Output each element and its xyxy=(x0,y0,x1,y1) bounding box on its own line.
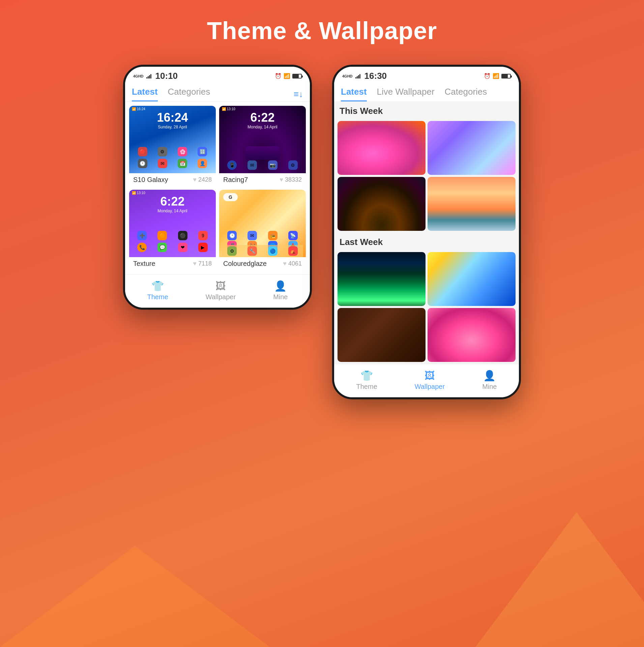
phone1-bottom-nav: 👕 Theme 🖼 Wallpaper 👤 Mine xyxy=(125,274,310,308)
phone2-nav-wallpaper-icon: 🖼 xyxy=(425,370,435,381)
racing-info: Racing7 ♥ 38332 xyxy=(219,173,306,186)
s10-icon-mail: ✉ xyxy=(158,159,167,168)
phone2-time: 16:30 xyxy=(364,71,387,81)
coloured-google-bar: G xyxy=(223,193,238,201)
phone2-battery-icon xyxy=(501,74,511,79)
coloured-icons-row1: 🕐 ✉ 📻 📡 xyxy=(222,231,303,240)
c-icon-11: 🔵 xyxy=(268,246,277,256)
texture-info: Texture ♥ 7118 xyxy=(129,257,216,270)
racing-likes: ♥ 38332 xyxy=(280,176,302,183)
phone1-tab-latest[interactable]: Latest xyxy=(132,87,158,101)
s10-likes: ♥ 2428 xyxy=(193,176,212,183)
s10-icon-calendar: 📅 xyxy=(178,159,187,168)
wallpaper-item-pink-flower[interactable] xyxy=(428,308,516,362)
texture-icons-row2: 📞 💬 ❤ ▶ xyxy=(132,243,213,252)
c-icon-3: 📻 xyxy=(268,231,277,240)
page-title: Theme & Wallpaper xyxy=(207,17,437,44)
phone1-nav-wallpaper[interactable]: 🖼 Wallpaper xyxy=(206,280,236,301)
phone2-tab-latest[interactable]: Latest xyxy=(341,87,367,101)
phones-container: 4GHD 10:10 ⏰ 📶 Latest Ca xyxy=(123,65,521,399)
texture-likes: ♥ 7118 xyxy=(193,260,212,267)
wallpaper-item-blue-yellow[interactable] xyxy=(428,252,516,306)
c-icon-1: 🕐 xyxy=(227,231,237,240)
phone2-signal-type: 4GHD xyxy=(342,74,353,78)
phone1-tab-categories[interactable]: Categories xyxy=(168,87,210,101)
phone2-nav-wallpaper-label: Wallpaper xyxy=(415,383,445,391)
wallpaper-item-pink-abstract[interactable] xyxy=(338,121,426,175)
phone2-section-lastweek: Last Week xyxy=(334,233,519,250)
coloured-name: Colouredglaze xyxy=(223,260,267,268)
phone1-nav-wallpaper-label: Wallpaper xyxy=(206,293,236,301)
phone2-nav-wallpaper[interactable]: 🖼 Wallpaper xyxy=(415,370,445,391)
racing-icon-3: 📷 xyxy=(268,160,277,170)
texture-time-display: 6:22 Monday, 14 April xyxy=(157,194,187,213)
t-icon-4: 9 xyxy=(198,231,208,240)
phone1-sort-icon[interactable]: ≡↓ xyxy=(294,89,303,99)
s10-icon-clock: 🕐 xyxy=(138,159,147,168)
racing-icon-1: 📱 xyxy=(227,160,237,170)
phone2: 4GHD 16:30 ⏰ 📶 Latest Li xyxy=(332,65,521,399)
phone2-tab-categories[interactable]: Categories xyxy=(445,87,487,101)
phone2-nav-mine-icon: 👤 xyxy=(483,370,496,381)
racing-car-silhouette xyxy=(246,146,280,160)
phone2-bottom-nav: 👕 Theme 🖼 Wallpaper 👤 Mine xyxy=(334,364,519,397)
phone1-nav-mine[interactable]: 👤 Mine xyxy=(273,280,288,301)
phone1-signal-bars xyxy=(146,74,151,79)
phone1-nav-theme-label: Theme xyxy=(147,293,168,301)
racing-icon-2: ✉ xyxy=(247,160,257,170)
racing-icon-4: ⚙ xyxy=(288,160,298,170)
phone2-wallpaper-content: This Week Last Week xyxy=(334,102,519,364)
phone1-battery-icon xyxy=(292,74,302,79)
s10-time-display: 16:24 Sunday, 28 April xyxy=(157,111,188,129)
phone1-time: 10:10 xyxy=(155,71,178,81)
wallpaper-item-night-forest[interactable] xyxy=(338,177,426,231)
texture-name: Texture xyxy=(133,260,155,268)
phone2-lastweek-grid xyxy=(334,250,519,364)
c-icon-10: 🔧 xyxy=(247,246,257,256)
t-icon-6: 💬 xyxy=(157,243,167,252)
phone2-nav-theme[interactable]: 👕 Theme xyxy=(356,370,377,391)
s10-icon-flower: 🌸 xyxy=(178,147,187,156)
phone1-nav-theme[interactable]: 👕 Theme xyxy=(147,280,168,301)
wallpaper-item-blue-holographic[interactable] xyxy=(428,121,516,175)
wallpaper-item-aurora[interactable] xyxy=(338,252,426,306)
theme-card-coloured[interactable]: G 🕐 ✉ 📻 📡 🎵 🎶 🌐 📥 ⚙ xyxy=(219,190,306,270)
c-icon-12: ⛺ xyxy=(288,246,298,256)
theme-card-racing[interactable]: 📶 13:10 6:22 Monday, 14 April 📱 ✉ 📷 ⚙ xyxy=(219,106,306,186)
phone1-nav-mine-label: Mine xyxy=(273,293,288,301)
texture-icons-row1: ➕ 🟠 ⚫ 9 xyxy=(132,231,213,240)
s10-app-icons: 🕐 ✉ 📅 👤 xyxy=(133,159,212,168)
t-icon-1: ➕ xyxy=(137,231,147,240)
texture-likes-count: 7118 xyxy=(198,260,212,267)
coloured-icons-row3: ⚙ 🔧 🔵 ⛺ xyxy=(222,245,303,257)
theme-card-s10[interactable]: 📶 16:24 16:24 Sunday, 28 April 🕐 ✉ 📅 👤 🔴 xyxy=(129,106,216,186)
phone1-themes-grid: 📶 16:24 16:24 Sunday, 28 April 🕐 ✉ 📅 👤 🔴 xyxy=(125,102,310,274)
c-icon-9: ⚙ xyxy=(227,246,237,256)
phone1-status-bar: 4GHD 10:10 ⏰ 📶 xyxy=(125,67,310,83)
theme-preview-s10: 📶 16:24 16:24 Sunday, 28 April 🕐 ✉ 📅 👤 🔴 xyxy=(129,106,216,173)
theme-card-texture[interactable]: 📶 13:10 6:22 Monday, 14 April ➕ 🟠 ⚫ 9 📞 xyxy=(129,190,216,270)
phone1-nav-mine-icon: 👤 xyxy=(274,280,287,292)
phone2-wifi-icon: 📶 xyxy=(493,73,499,79)
c-icon-4: 📡 xyxy=(288,231,298,240)
phone1-clock-icon: ⏰ xyxy=(275,73,282,79)
c-icon-2: ✉ xyxy=(247,231,257,240)
phone2-nav-theme-label: Theme xyxy=(356,383,377,391)
wallpaper-item-brown[interactable] xyxy=(338,308,426,362)
phone2-signal-bars xyxy=(355,74,360,79)
wallpaper-item-sunset-chair[interactable] xyxy=(428,177,516,231)
s10-icon-gear: ⚙ xyxy=(158,147,167,156)
racing-time-display: 6:22 Monday, 14 April xyxy=(247,111,277,129)
coloured-info: Colouredglaze ♥ 4061 xyxy=(219,257,306,270)
phone2-status-bar: 4GHD 16:30 ⏰ 📶 xyxy=(334,67,519,83)
phone2-nav-theme-icon: 👕 xyxy=(360,370,373,381)
phone2-tab-livewallpaper[interactable]: Live Wallpaper xyxy=(377,87,435,101)
phone1-nav-wallpaper-icon: 🖼 xyxy=(215,280,226,292)
s10-heart-icon: ♥ xyxy=(193,176,197,183)
phone1-wifi-icon: 📶 xyxy=(284,73,290,79)
phone2-nav-mine-label: Mine xyxy=(482,383,497,391)
t-icon-5: 📞 xyxy=(137,243,147,252)
phone2-nav-mine[interactable]: 👤 Mine xyxy=(482,370,497,391)
s10-likes-count: 2428 xyxy=(198,176,212,183)
s10-name: S10 Galaxy xyxy=(133,176,168,184)
